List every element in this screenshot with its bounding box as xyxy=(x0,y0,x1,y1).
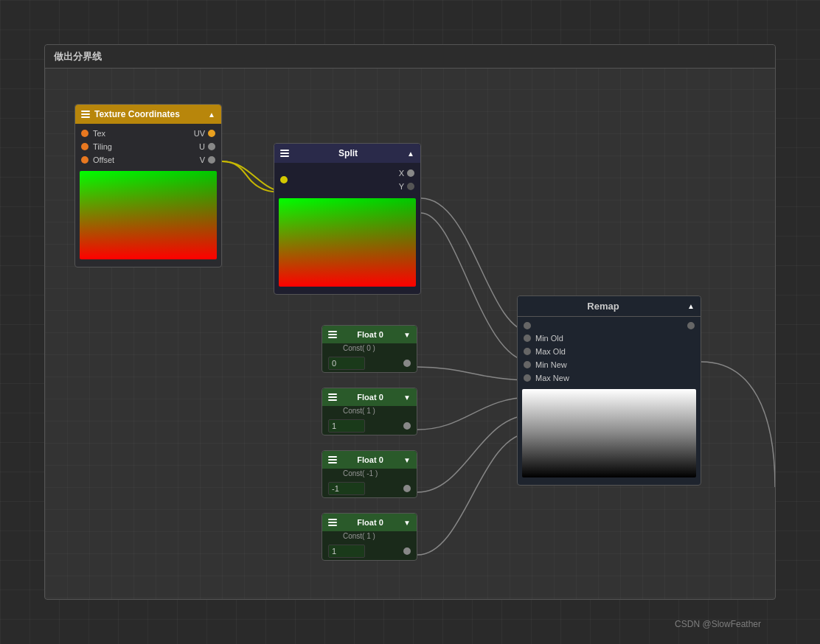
float2-menu[interactable] xyxy=(328,456,337,463)
float3-title: Float 0 xyxy=(341,518,399,527)
split-body: X Y xyxy=(274,163,420,294)
remap-max-old-label: Max Old xyxy=(535,347,566,356)
tiling-dot xyxy=(81,143,88,150)
float0-header: Float 0 ▼ xyxy=(322,326,417,343)
float3-header: Float 0 ▼ xyxy=(322,514,417,531)
float2-subtitle: Const( -1 ) xyxy=(322,469,417,480)
remap-max-new-label: Max New xyxy=(535,374,569,382)
port-x-out[interactable] xyxy=(407,169,414,177)
split-collapse[interactable]: ▲ xyxy=(407,150,414,158)
float2-title: Float 0 xyxy=(341,455,399,464)
remap-preview xyxy=(522,389,696,477)
float0-menu[interactable] xyxy=(328,331,337,338)
split-preview xyxy=(279,198,416,287)
node-float-2[interactable]: Float 0 ▼ Const( -1 ) xyxy=(322,450,417,498)
y-label: Y xyxy=(399,182,404,191)
remap-max-new-in[interactable] xyxy=(524,374,531,382)
float1-menu[interactable] xyxy=(328,393,337,401)
float0-title: Float 0 xyxy=(341,330,399,339)
float1-header: Float 0 ▼ xyxy=(322,388,417,406)
node-float-1[interactable]: Float 0 ▼ Const( 1 ) xyxy=(322,388,417,435)
tiling-row: Tiling U xyxy=(75,140,221,153)
float2-input[interactable] xyxy=(328,482,365,495)
remap-min-new-label: Min New xyxy=(535,360,567,369)
remap-out-top[interactable] xyxy=(687,322,695,329)
node-float-3[interactable]: Float 0 ▼ Const( 1 ) xyxy=(322,513,417,561)
float3-subtitle: Const( 1 ) xyxy=(322,531,417,542)
node-canvas[interactable]: 做出分界线 (1,1) (0,0) Texture Coordinates ▲ xyxy=(44,44,776,600)
u-label: U xyxy=(199,142,205,151)
float0-input[interactable] xyxy=(328,357,365,370)
texture-preview xyxy=(80,171,217,259)
remap-collapse[interactable]: ▲ xyxy=(687,302,695,310)
float1-chevron[interactable]: ▼ xyxy=(403,393,411,402)
port-u-out[interactable] xyxy=(208,143,215,150)
float1-title: Float 0 xyxy=(341,393,399,402)
offset-label: Offset xyxy=(93,155,114,164)
remap-min-old-in[interactable] xyxy=(524,335,531,342)
node-texture-coordinates[interactable]: Texture Coordinates ▲ Tex UV Tiling xyxy=(74,104,222,267)
port-split-in[interactable] xyxy=(280,176,288,183)
float1-subtitle: Const( 1 ) xyxy=(322,406,417,417)
float3-chevron[interactable]: ▼ xyxy=(403,519,411,527)
float3-out[interactable] xyxy=(403,547,411,555)
node-remap[interactable]: Remap ▲ Min Old Max Old xyxy=(517,295,701,486)
float0-row xyxy=(322,354,417,372)
float0-chevron[interactable]: ▼ xyxy=(403,331,411,339)
remap-header: Remap ▲ xyxy=(518,296,701,317)
float1-input[interactable] xyxy=(328,419,365,433)
remap-max-old-in[interactable] xyxy=(524,348,531,355)
offset-row: Offset V xyxy=(75,153,221,167)
port-y-out[interactable] xyxy=(407,183,414,190)
menu-icon[interactable] xyxy=(81,111,90,118)
watermark: CSDN @SlowFeather xyxy=(675,619,761,629)
remap-min-old-row: Min Old xyxy=(518,332,701,345)
float1-row xyxy=(322,417,417,435)
v-label: V xyxy=(200,155,205,164)
float2-chevron[interactable]: ▼ xyxy=(403,456,411,464)
float0-subtitle: Const( 0 ) xyxy=(322,343,417,354)
split-title: Split xyxy=(338,148,358,158)
port-v-out[interactable] xyxy=(208,156,215,164)
port-uv-out[interactable] xyxy=(208,130,215,137)
node-float-0[interactable]: Float 0 ▼ Const( 0 ) xyxy=(322,325,417,373)
node-split-header: Split ▲ xyxy=(274,144,420,163)
float0-out[interactable] xyxy=(403,360,411,367)
remap-min-old-label: Min Old xyxy=(535,334,563,343)
node-texture-body: Tex UV Tiling U xyxy=(75,124,221,267)
remap-max-new-row: Max New xyxy=(518,371,701,385)
offset-dot xyxy=(81,156,88,164)
float2-out[interactable] xyxy=(403,485,411,492)
remap-main-row xyxy=(518,320,701,332)
node-split[interactable]: Split ▲ X Y xyxy=(274,143,421,295)
float2-header: Float 0 ▼ xyxy=(322,451,417,469)
canvas-title-text: 做出分界线 xyxy=(54,50,102,63)
split-menu-icon[interactable] xyxy=(280,150,289,157)
collapse-arrow[interactable]: ▲ xyxy=(208,111,215,119)
uv-label: UV xyxy=(194,129,205,138)
remap-min-new-in[interactable] xyxy=(524,361,531,368)
tex-label: Tex xyxy=(93,129,105,138)
remap-title: Remap xyxy=(524,301,683,312)
canvas-title-bar: 做出分界线 xyxy=(45,45,775,69)
node-texture-header: Texture Coordinates ▲ xyxy=(75,105,221,124)
node-texture-title: Texture Coordinates xyxy=(94,109,180,119)
float3-row xyxy=(322,542,417,560)
float1-out[interactable] xyxy=(403,422,411,430)
tiling-label: Tiling xyxy=(93,142,112,151)
tex-dot xyxy=(81,130,88,137)
float3-menu[interactable] xyxy=(328,519,337,526)
remap-min-new-row: Min New xyxy=(518,358,701,371)
x-label: X xyxy=(399,169,404,178)
remap-body: Min Old Max Old Min New xyxy=(518,317,701,485)
tex-row: Tex UV xyxy=(75,127,221,140)
remap-max-old-row: Max Old xyxy=(518,345,701,358)
float2-row xyxy=(322,480,417,497)
remap-in-top[interactable] xyxy=(524,322,531,329)
float3-input[interactable] xyxy=(328,545,365,558)
